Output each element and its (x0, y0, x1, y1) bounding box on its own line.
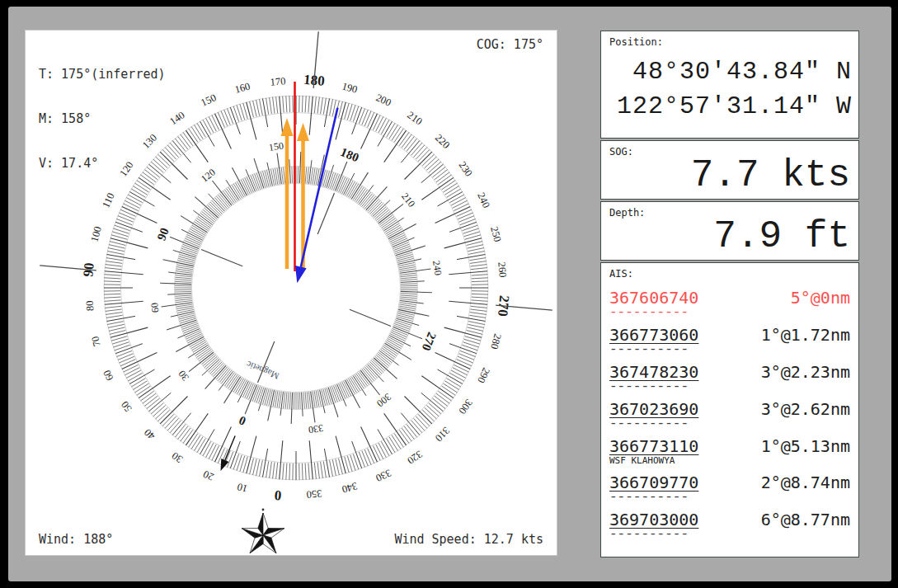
ais-target-bearing-range: 3°@2.62nm (761, 399, 850, 419)
svg-text:0: 0 (274, 487, 282, 504)
svg-text:280: 280 (488, 332, 503, 350)
nav-instrument-app: 0102030405060708090100110120130140150160… (0, 0, 898, 588)
svg-text:160: 160 (233, 80, 252, 95)
depth-label: Depth: (609, 207, 645, 219)
depth-panel: Depth: 7.9 ft (600, 201, 859, 261)
svg-text:340: 340 (341, 480, 359, 495)
svg-text:40: 40 (142, 426, 158, 442)
position-panel: Position: 48°30'43.84" N 122°57'31.14" W (600, 31, 859, 139)
ais-target-bearing-range: 2°@8.74nm (761, 473, 850, 492)
cog-readout: COG: 175° (477, 37, 543, 52)
svg-text:60: 60 (101, 368, 116, 382)
ais-target-row[interactable]: 3667731101°@5.13nmWSF KLAHOWYA (609, 436, 850, 465)
svg-text:190: 190 (341, 80, 359, 95)
svg-text:270: 270 (420, 331, 439, 353)
svg-text:210: 210 (405, 109, 424, 127)
svg-text:0: 0 (237, 414, 247, 429)
ais-label: AIS: (609, 268, 633, 280)
variation-text: V: 17.4° (39, 156, 166, 171)
svg-text:350: 350 (306, 487, 322, 501)
svg-text:200: 200 (374, 92, 393, 109)
ais-target-bearing-range: 3°@2.23nm (761, 362, 850, 382)
ais-target-bearing-range: 1°@1.72nm (761, 325, 850, 345)
position-value: 48°30'43.84" N 122°57'31.14" W (601, 54, 858, 124)
wind-direction-readout: Wind: 188° (39, 532, 113, 547)
ais-target-underline: ---------- (609, 345, 850, 355)
sog-panel: SOG: 7.7 kts (600, 140, 859, 200)
ais-target-row[interactable]: 3697030006°@8.77nm---------- (609, 510, 850, 539)
svg-text:70: 70 (89, 335, 103, 348)
svg-text:100: 100 (88, 225, 103, 243)
svg-text:300: 300 (374, 391, 393, 409)
sog-label: SOG: (609, 146, 633, 158)
svg-text:Magnetic: Magnetic (245, 360, 280, 382)
ais-target-underline: ---------- (609, 492, 850, 502)
svg-text:330: 330 (308, 422, 324, 435)
svg-text:260: 260 (496, 261, 509, 278)
true-heading-text: T: 175°(inferred) (39, 67, 166, 82)
svg-text:60: 60 (148, 302, 162, 313)
svg-text:50: 50 (119, 399, 134, 414)
heading-readout: T: 175°(inferred) M: 158° V: 17.4° (39, 37, 166, 200)
svg-text:250: 250 (488, 225, 503, 243)
svg-text:120: 120 (199, 167, 218, 185)
svg-text:170: 170 (270, 75, 286, 88)
svg-text:220: 220 (433, 132, 452, 151)
ais-target-id[interactable]: 366773110 (609, 436, 698, 456)
ais-target-underline: ---------- (609, 419, 850, 429)
svg-text:90: 90 (154, 226, 171, 242)
latitude-value: 48°30'43.84" N (601, 54, 852, 89)
svg-text:20: 20 (201, 468, 215, 483)
wind-speed-readout: Wind Speed: 12.7 kts (394, 532, 543, 547)
ais-target-row[interactable]: 3670236903°@2.62nm---------- (609, 399, 850, 429)
ais-target-row[interactable]: 3667097702°@8.74nm---------- (609, 473, 850, 502)
ais-target-bearing-range: 6°@8.77nm (761, 510, 850, 529)
svg-text:150: 150 (268, 140, 284, 153)
svg-text:30: 30 (170, 449, 185, 465)
ais-target-name: WSF KLAHOWYA (609, 456, 850, 465)
data-column: Position: 48°30'43.84" N 122°57'31.14" W… (600, 31, 859, 557)
svg-text:80: 80 (83, 300, 96, 312)
ais-panel: AIS: 3676067405°@0nm----------3667730601… (600, 262, 859, 557)
svg-text:310: 310 (433, 425, 452, 444)
svg-text:240: 240 (430, 260, 444, 276)
ais-target-underline: ---------- (609, 382, 850, 392)
ais-target-list: 3676067405°@0nm----------3667730601°@1.7… (609, 288, 850, 539)
depth-value: 7.9 ft (713, 215, 850, 258)
ais-target-row[interactable]: 3674782303°@2.23nm---------- (609, 362, 850, 392)
ais-target-bearing-range: 1°@5.13nm (761, 436, 850, 456)
svg-text:180: 180 (339, 145, 361, 164)
svg-text:150: 150 (199, 92, 218, 109)
ais-target-row[interactable]: 3667730601°@1.72nm---------- (609, 325, 850, 355)
sog-value: 7.7 kts (691, 154, 850, 197)
magnetic-heading-text: M: 158° (39, 111, 166, 126)
ais-target-underline: ---------- (609, 529, 850, 539)
svg-text:140: 140 (167, 109, 186, 127)
longitude-value: 122°57'31.14" W (601, 89, 852, 124)
svg-text:210: 210 (399, 191, 417, 209)
compass-panel: 0102030405060708090100110120130140150160… (25, 30, 557, 556)
ais-target-bearing-range: 5°@0nm (791, 288, 850, 308)
svg-text:30: 30 (176, 368, 190, 383)
svg-text:290: 290 (475, 366, 492, 385)
position-label: Position: (609, 36, 663, 48)
svg-text:240: 240 (475, 191, 492, 209)
svg-text:230: 230 (456, 159, 474, 178)
ais-target-row[interactable]: 3676067405°@0nm---------- (609, 288, 850, 318)
svg-text:330: 330 (374, 467, 393, 484)
svg-text:10: 10 (236, 481, 249, 495)
ais-target-underline: ---------- (609, 308, 850, 318)
svg-text:300: 300 (456, 397, 474, 416)
svg-text:320: 320 (405, 448, 424, 466)
